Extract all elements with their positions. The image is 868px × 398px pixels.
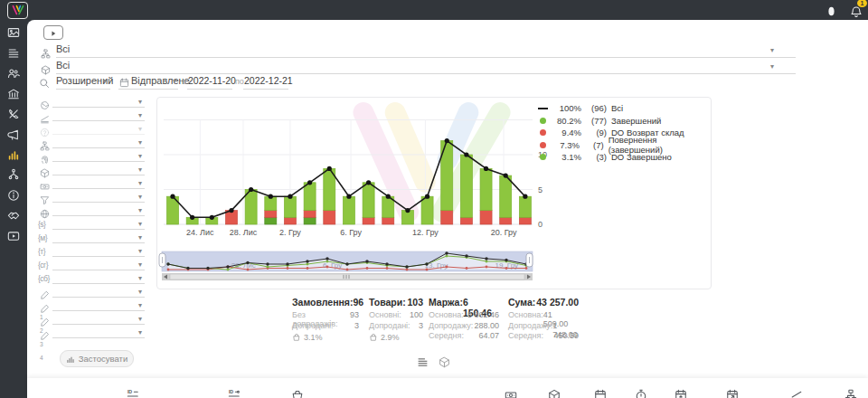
filter-select-underline[interactable] [52, 242, 145, 243]
sidebar-item-partners[interactable] [7, 206, 20, 219]
notifications-button[interactable]: 1 [850, 3, 863, 19]
line-point[interactable] [307, 180, 312, 185]
filter-select-underline[interactable] [52, 270, 145, 270]
chevron-down-icon[interactable]: ▾ [138, 99, 142, 106]
chart-bar-segment[interactable] [480, 211, 492, 224]
chart-bar-segment[interactable] [460, 217, 472, 224]
chevron-down-icon[interactable]: ▾ [770, 63, 774, 71]
line-point[interactable] [210, 215, 214, 220]
filter-select-underline[interactable] [52, 215, 145, 216]
date-to-underline[interactable] [243, 89, 288, 90]
search-icon[interactable] [39, 74, 50, 90]
chart-bar-segment[interactable] [421, 196, 433, 224]
chevron-down-icon[interactable]: ▾ [138, 302, 142, 309]
filter-select-underline[interactable] [52, 297, 145, 298]
chart-bar-segment[interactable] [382, 217, 394, 224]
chart-bar-segment[interactable] [304, 211, 316, 218]
chart-bar-segment[interactable] [500, 217, 512, 224]
sidebar-item-orders[interactable] [7, 44, 20, 57]
toolbar-level-button[interactable] [790, 386, 803, 398]
toolbar-products-button[interactable] [548, 386, 561, 398]
chart-bar-segment[interactable] [480, 168, 492, 210]
chevron-down-icon[interactable]: ▾ [138, 221, 142, 228]
chart-bar-segment[interactable] [324, 211, 335, 224]
date-type-select[interactable]: Відправлене [131, 75, 190, 86]
filter-select-underline[interactable] [52, 161, 145, 162]
date-type-underline[interactable] [118, 89, 178, 90]
chart-bar-segment[interactable] [460, 155, 472, 217]
chart-bar-segment[interactable] [284, 217, 296, 224]
chart-bar-segment[interactable] [363, 217, 374, 224]
product-select[interactable]: Всі [56, 60, 70, 71]
filter-select-underline[interactable] [52, 256, 145, 257]
date-to-field[interactable]: 2022-12-21 [244, 75, 293, 86]
toolbar-basket-button[interactable] [291, 386, 304, 398]
filter-select-underline[interactable] [52, 337, 145, 338]
chart-bar-segment[interactable] [304, 217, 316, 224]
chevron-down-icon[interactable]: ▾ [138, 180, 142, 187]
filter-select-underline[interactable] [52, 134, 145, 135]
assistant-icon[interactable] [826, 3, 837, 19]
filter-select-underline[interactable] [52, 229, 145, 230]
line-point[interactable] [464, 152, 468, 156]
line-point[interactable] [425, 194, 429, 199]
chevron-down-icon[interactable]: ▾ [138, 261, 142, 269]
line-point[interactable] [229, 208, 233, 213]
line-point[interactable] [523, 194, 527, 199]
filter-select-underline[interactable] [52, 188, 145, 189]
chevron-down-icon[interactable]: ▾ [770, 47, 774, 54]
chevron-down-icon[interactable]: ▾ [138, 234, 142, 242]
sidebar-item-info[interactable] [7, 186, 20, 199]
chevron-down-icon[interactable]: ▾ [138, 275, 142, 282]
filter-select-underline[interactable] [52, 147, 145, 148]
product-select-underline[interactable] [56, 73, 796, 74]
chevron-down-icon[interactable]: ▾ [138, 194, 142, 201]
department-select-underline[interactable] [56, 57, 796, 58]
legend-item[interactable]: 100%(96)Всі [537, 102, 709, 115]
brand-logo[interactable] [7, 2, 28, 19]
line-point[interactable] [484, 166, 488, 171]
chevron-down-icon[interactable]: ▾ [138, 248, 142, 255]
sidebar-item-company[interactable] [7, 85, 20, 98]
filter-select-underline[interactable] [52, 175, 145, 175]
sidebar-item-media[interactable] [7, 24, 20, 36]
chevron-down-icon[interactable]: ▾ [138, 153, 142, 160]
filter-select-underline[interactable] [52, 324, 145, 325]
line-point[interactable] [346, 194, 351, 199]
chart-bar-segment[interactable] [304, 183, 316, 211]
line-point[interactable] [288, 194, 292, 199]
sidebar-item-automation[interactable] [7, 166, 20, 178]
chevron-down-icon[interactable]: ▾ [138, 207, 142, 214]
chart-bar-segment[interactable] [519, 217, 531, 224]
chevron-down-icon[interactable]: ▾ [138, 112, 142, 119]
chart-bar-segment[interactable] [519, 196, 531, 217]
filter-select-underline[interactable] [52, 310, 145, 311]
line-point[interactable] [327, 166, 332, 171]
chart-bar-segment[interactable] [265, 217, 277, 224]
toolbar-ids-empty-button[interactable]: ID [228, 386, 241, 398]
line-point[interactable] [170, 194, 175, 199]
chevron-down-icon[interactable]: ▾ [138, 289, 142, 296]
chart-bar-segment[interactable] [363, 183, 374, 218]
chart-bar-segment[interactable] [343, 196, 354, 224]
toolbar-shipped-date-button[interactable] [675, 386, 687, 398]
chart-bar-segment[interactable] [284, 196, 296, 217]
apply-button[interactable]: Застосувати [60, 350, 134, 367]
chevron-down-icon[interactable]: ▾ [138, 126, 142, 133]
toolbar-export-date-button[interactable] [726, 386, 739, 398]
date-from-underline[interactable] [187, 89, 232, 90]
line-point[interactable] [366, 180, 371, 185]
line-point[interactable] [190, 215, 194, 220]
tutorial-play-button[interactable] [43, 25, 63, 40]
scrollbar-thumb[interactable] [170, 274, 524, 280]
filter-select-underline[interactable] [52, 107, 145, 108]
sidebar-item-customers[interactable] [7, 64, 20, 77]
toolbar-ids-filled-button[interactable]: ID [127, 386, 139, 398]
toolbar-created-date-button[interactable] [594, 386, 607, 398]
line-point[interactable] [405, 208, 410, 213]
chevron-down-icon[interactable]: ▾ [138, 316, 142, 323]
chevron-down-icon[interactable]: ▾ [138, 166, 142, 174]
line-point[interactable] [386, 194, 391, 199]
chevron-down-icon[interactable]: ▾ [138, 139, 142, 147]
legend-item[interactable]: 80.2%(77)Завершений [537, 115, 709, 128]
